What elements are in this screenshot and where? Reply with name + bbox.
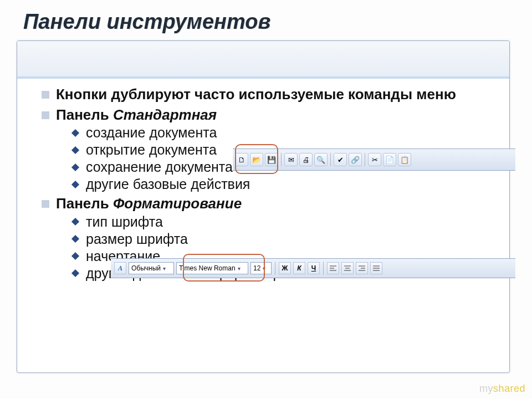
bullet-text: Кнопки дублируют часто используемые кома… xyxy=(56,85,456,104)
diamond-bullet-icon xyxy=(71,235,79,243)
toolbar-separator xyxy=(323,262,324,275)
bullet-panel-standard: Панель Стандартная xyxy=(42,106,487,124)
subbullet-text: сохранение документа xyxy=(86,159,233,175)
paste-icon[interactable]: 📋 xyxy=(398,153,411,166)
subbullet-create-doc: создание документа xyxy=(73,125,487,141)
font-glyph-icon[interactable]: A xyxy=(114,262,126,274)
cut-icon[interactable]: ✂ xyxy=(368,153,381,166)
preview-icon[interactable]: 🔍 xyxy=(314,153,328,166)
bullet-prefix: Панель xyxy=(56,106,113,123)
bullet-panel-formatting: Панель Форматирование xyxy=(42,195,487,213)
subbullet-other-basic: другие базовые действия xyxy=(73,176,487,192)
standard-toolbar: 🗋 📂 💾 ✉ 🖨 🔍 ✔ 🔗 ✂ 📄 📋 xyxy=(233,149,515,171)
bullet-italic: Форматирование xyxy=(113,195,242,212)
diamond-bullet-icon xyxy=(71,146,79,154)
diamond-bullet-icon xyxy=(71,163,79,171)
subbullet-text: размер шрифта xyxy=(86,231,188,247)
subbullet-text: тип шрифта xyxy=(86,214,163,230)
diamond-bullet-icon xyxy=(71,129,79,136)
font-value: Times New Roman xyxy=(179,264,236,272)
dropdown-arrow-icon: ▾ xyxy=(163,265,166,272)
save-icon[interactable]: 💾 xyxy=(265,153,278,166)
toolbar-separator xyxy=(365,153,365,166)
toolbar-separator xyxy=(281,153,282,166)
panel-header-bar xyxy=(17,41,509,79)
formatting-toolbar: A Обычный▾ Times New Roman▾ 12▾ Ж К Ч xyxy=(111,258,515,278)
bullet-text: Панель Стандартная xyxy=(56,106,217,124)
open-icon[interactable]: 📂 xyxy=(250,153,263,166)
align-left-button[interactable] xyxy=(327,262,339,274)
subbullet-font-type: тип шрифта xyxy=(73,214,487,230)
watermark: myshared xyxy=(479,383,525,395)
bullet-italic: Стандартная xyxy=(113,106,217,123)
align-right-button[interactable] xyxy=(356,262,368,274)
dropdown-arrow-icon: ▾ xyxy=(263,265,265,272)
toolbar-separator xyxy=(330,153,331,166)
square-bullet-icon xyxy=(42,111,49,119)
bullet-prefix: Панель xyxy=(56,195,113,212)
watermark-part2: shared xyxy=(493,383,525,394)
subbullet-font-size: размер шрифта xyxy=(73,231,487,247)
bold-button[interactable]: Ж xyxy=(279,262,291,274)
copy-icon[interactable]: 📄 xyxy=(383,153,396,166)
subbullet-text: открытие документа xyxy=(86,142,217,158)
diamond-bullet-icon xyxy=(71,180,79,188)
slide-content: Кнопки дублируют часто используемые кома… xyxy=(17,79,509,282)
slide-panel: Кнопки дублируют часто используемые кома… xyxy=(17,40,510,373)
font-dropdown[interactable]: Times New Roman▾ xyxy=(176,262,248,274)
square-bullet-icon xyxy=(42,200,49,208)
size-dropdown[interactable]: 12▾ xyxy=(250,262,272,274)
spellcheck-icon[interactable]: ✔ xyxy=(334,153,347,166)
align-center-button[interactable] xyxy=(341,262,354,274)
style-dropdown[interactable]: Обычный▾ xyxy=(129,262,174,274)
mail-icon[interactable]: ✉ xyxy=(284,153,298,166)
new-doc-icon[interactable]: 🗋 xyxy=(235,153,248,166)
align-justify-button[interactable] xyxy=(370,262,382,274)
diamond-bullet-icon xyxy=(71,252,79,260)
dropdown-arrow-icon: ▾ xyxy=(238,265,241,272)
underline-button[interactable]: Ч xyxy=(308,262,320,274)
watermark-part1: my xyxy=(479,383,493,394)
toolbar-separator xyxy=(275,262,275,275)
diamond-bullet-icon xyxy=(71,269,79,277)
bullet-duplicate-commands: Кнопки дублируют часто используемые кома… xyxy=(42,85,487,104)
slide-title: Панели инструментов xyxy=(0,0,532,39)
style-value: Обычный xyxy=(131,264,161,272)
subbullet-text: создание документа xyxy=(86,125,217,141)
italic-button[interactable]: К xyxy=(293,262,305,274)
subbullet-text: другие базовые действия xyxy=(86,176,250,192)
research-icon[interactable]: 🔗 xyxy=(349,153,362,166)
diamond-bullet-icon xyxy=(71,218,79,226)
bullet-text: Панель Форматирование xyxy=(56,195,242,213)
square-bullet-icon xyxy=(42,91,49,99)
size-value: 12 xyxy=(253,264,260,272)
print-icon[interactable]: 🖨 xyxy=(299,153,313,166)
